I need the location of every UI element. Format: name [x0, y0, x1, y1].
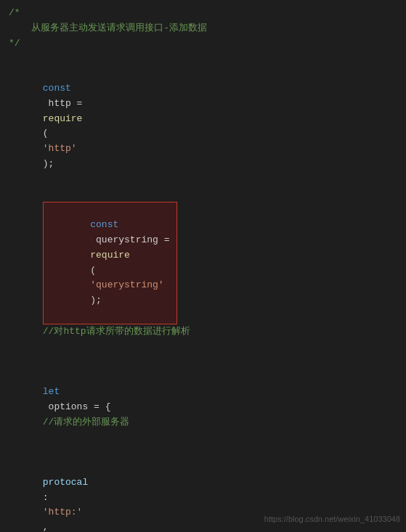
line-3: */ [0, 36, 406, 52]
line-6: const querystring = require ( 'querystri… [0, 187, 406, 355]
line-5: const http = require ( 'http' ); [0, 66, 406, 187]
code-editor: /* 从服务器主动发送请求调用接口-添加数据 */ const http = r… [0, 0, 406, 532]
line-2: 从服务器主动发送请求调用接口-添加数据 [0, 21, 406, 36]
line-8: let options = { //请求的外部服务器 [0, 369, 406, 445]
line-1: /* [0, 6, 406, 21]
highlight-querystring: const querystring = require ( 'querystri… [43, 202, 177, 324]
line-7 [0, 354, 406, 369]
line-4 [0, 51, 406, 66]
watermark: https://blog.csdn.net/weixin_41033048 [264, 513, 400, 526]
